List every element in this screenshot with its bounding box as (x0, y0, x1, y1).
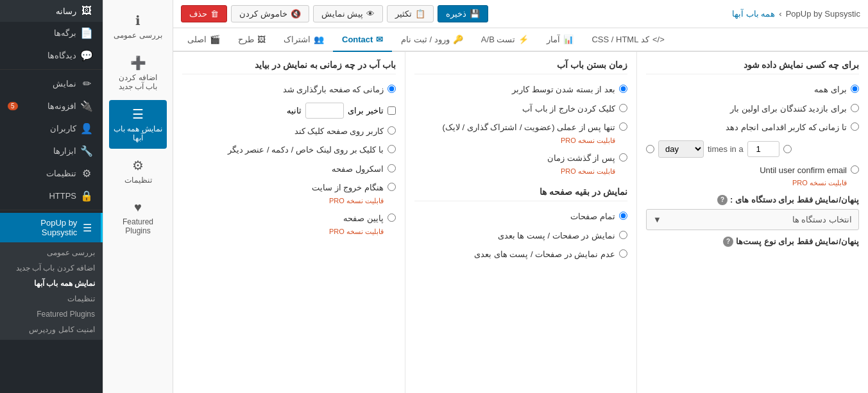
disable-button[interactable]: 🔇 خاموش کردن (231, 5, 309, 22)
radio-until-email[interactable] (851, 165, 859, 174)
times-input[interactable] (747, 141, 779, 157)
preview-button[interactable]: 👁 پیش نمایش (313, 5, 384, 22)
label-scroll: اسکرول صفحه (332, 163, 384, 176)
col-when: باب آب در چه زمانی به نمایش در بیاید زما… (173, 52, 405, 393)
pages-icon: 📄 (80, 27, 93, 39)
checkbox-delay[interactable] (387, 106, 396, 115)
radio-close-user[interactable] (619, 85, 627, 93)
ps-item-settings[interactable]: ⚙ تنظیمات (109, 151, 167, 191)
label-until-email: Until user confirm email قابلیت نسخه PRO (760, 164, 847, 188)
preview-icon: 👁 (366, 9, 375, 19)
sidebar-item-settings[interactable]: ⚙ تنظیمات (0, 162, 103, 185)
radio-user-action[interactable] (851, 122, 859, 131)
appearance-icon: ✏ (80, 78, 93, 90)
overview-icon: ℹ (135, 13, 140, 28)
delete-icon: 🗑 (210, 9, 219, 19)
sidebar-item-plugins[interactable]: 🔌 افزونه‌ها 5 (0, 95, 103, 117)
sidebar-item-appearance[interactable]: ✏ نمایش (0, 72, 103, 95)
sidebar-item-comments[interactable]: 💬 دیدگاه‌ها (0, 44, 103, 67)
tab-abtest-icon: ⚡ (518, 35, 529, 44)
ps-item-add[interactable]: ➕ اضافه کردن باب آب جدید (109, 49, 167, 97)
radio-link-click[interactable] (387, 145, 396, 153)
sidebar-item-pages[interactable]: 📄 برگه‌ها (0, 22, 103, 44)
tab-design[interactable]: 🖼 طرح (229, 28, 275, 52)
label-exclude-pages: عدم نمایش در صفحات / پست های بعدی (474, 248, 615, 261)
duplicate-button[interactable]: 📋 تکثیر (387, 5, 434, 22)
option-first-visitors: برای بازدید کنندگان برای اولین بار (646, 103, 859, 115)
supsystic-submenu: بررسی عمومی اضافه کردن باب آب جدید نمایش… (0, 242, 103, 340)
sub-item-settings[interactable]: تنظیمات (0, 291, 103, 306)
label-exit: هنگام خروج از سایت قابلیت نسخه PRO (312, 181, 384, 206)
add-icon: ➕ (130, 55, 146, 71)
sidebar-item-https[interactable]: 🔒 HTTPS (0, 185, 103, 207)
option-all-pages: تمام صفحات (414, 210, 627, 223)
https-icon: 🔒 (80, 190, 93, 202)
media-icon: 🖼 (80, 5, 93, 17)
option-close-user: بعد از بسته شدن توسط کاربر (414, 83, 627, 96)
radio-time-passed[interactable] (619, 153, 627, 162)
radio-click-outside[interactable] (619, 104, 627, 112)
sub-item-featured[interactable]: Featured Plugins (0, 306, 103, 322)
post-type-help-icon[interactable]: ? (723, 237, 733, 247)
wp-admin-sidebar: 🖼 رسانه 📄 برگه‌ها 💬 دیدگاه‌ها ✏ نمایش 🔌 … (0, 0, 103, 393)
tab-abtest[interactable]: ⚡ تست A/B (472, 28, 538, 52)
delay-row: تاخیر برای ثانیه (182, 103, 396, 119)
tab-contact[interactable]: ✉ Contact (333, 28, 392, 52)
breadcrumb-home[interactable]: همه باب آبها (732, 9, 775, 19)
label-click-outside: کلیک کردن خارج از باب آب (522, 103, 615, 115)
ps-item-overview[interactable]: ℹ بررسی عمومی (109, 6, 167, 46)
device-help-icon[interactable]: ? (717, 195, 728, 205)
option-scroll: اسکرول صفحه (182, 163, 396, 176)
option-membership: تنها پس از عملی (عضویت / اشتراک گذاری / … (414, 121, 627, 146)
radio-user-click[interactable] (387, 126, 396, 135)
radio-scroll[interactable] (387, 164, 396, 172)
radio-first-visitors[interactable] (851, 104, 859, 112)
label-user-click: کاربر روی صفحه کلیک کند (294, 125, 384, 138)
label-membership: تنها پس از عملی (عضویت / اشتراک گذاری / … (443, 121, 615, 146)
label-specific-pages: نمایش در صفحات / پست ها بعدی (498, 230, 615, 242)
device-section-title: پنهان/نمایش فقط برای دستگاه های : ? (646, 195, 859, 205)
top-bar: PopUp by Supsystic › همه باب آبها 💾 ذخیر… (173, 0, 868, 28)
radio-all-pages[interactable] (619, 212, 627, 220)
sidebar-item-users[interactable]: 👤 کاربران (0, 117, 103, 140)
delete-button[interactable]: 🗑 حذف (181, 5, 227, 22)
sidebar-item-media[interactable]: 🖼 رسانه (0, 0, 103, 22)
users-icon: 👤 (80, 122, 93, 135)
tabs-bar: 🎬 اصلی 🖼 طرح 👥 اشتراک ✉ Contact 🔑 ورود /… (173, 28, 868, 52)
tab-stats-icon: 📊 (563, 35, 574, 44)
radio-page-load[interactable] (387, 85, 396, 93)
tab-subscribe[interactable]: 👥 اشتراک (275, 28, 333, 52)
device-select[interactable]: انتخاب دستگاه ها ▼ (646, 209, 859, 230)
radio-membership[interactable] (619, 122, 627, 131)
sub-item-overview[interactable]: بررسی عمومی (0, 245, 103, 260)
tab-main[interactable]: 🎬 اصلی (178, 28, 229, 52)
tab-subscribe-icon: 👥 (314, 35, 324, 44)
sub-item-all[interactable]: نمایش همه باب آبها (0, 276, 103, 291)
ps-item-featured[interactable]: ♥ Featured Plugins (109, 194, 167, 242)
tab-stats[interactable]: 📊 آمار (538, 28, 583, 52)
sidebar-item-tools[interactable]: 🔧 ابزارها (0, 140, 103, 162)
radio-exclude-pages[interactable] (619, 249, 627, 258)
col-who: برای چه کسی نمایش داده شود برای همه برای… (636, 52, 868, 393)
radio-specific-pages[interactable] (619, 231, 627, 239)
option-exit: هنگام خروج از سایت قابلیت نسخه PRO (182, 181, 396, 206)
sub-item-security[interactable]: امنیت کامل وردپرس (0, 322, 103, 337)
tab-csshtml[interactable]: </> کد CSS / HTML (583, 28, 673, 52)
sidebar-item-supsystic[interactable]: ☰ PopUp by Supsystic (0, 213, 103, 242)
tools-icon: 🔧 (80, 145, 93, 157)
option-specific-pages: نمایش در صفحات / پست ها بعدی (414, 230, 627, 242)
save-button[interactable]: 💾 ذخیره (438, 5, 488, 22)
radio-all[interactable] (851, 85, 859, 93)
delay-input[interactable] (305, 103, 344, 119)
radio-exit[interactable] (387, 183, 396, 191)
day-select[interactable]: day week month (658, 140, 704, 158)
pages-section-title: نمایش در بقیه صفحه ها (414, 187, 627, 201)
radio-bottom-page[interactable] (387, 213, 396, 222)
radio-times[interactable] (646, 145, 654, 153)
tab-signup-icon: 🔑 (453, 35, 463, 44)
tab-signup[interactable]: 🔑 ورود / ثبت نام (392, 28, 472, 52)
radio-times-end[interactable] (783, 145, 792, 153)
ps-item-all[interactable]: ☰ نمایش همه باب آبها (109, 100, 167, 149)
sub-item-add[interactable]: اضافه کردن باب آب جدید (0, 260, 103, 276)
option-exclude-pages: عدم نمایش در صفحات / پست های بعدی (414, 248, 627, 261)
